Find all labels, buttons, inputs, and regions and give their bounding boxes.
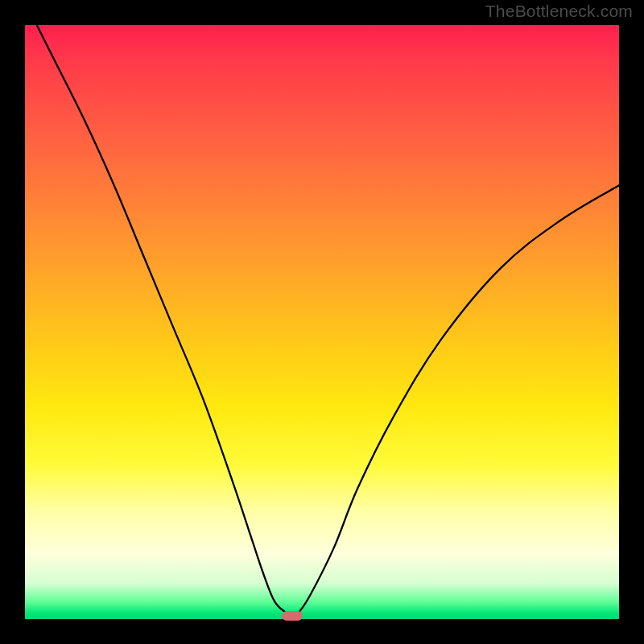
watermark-text: TheBottleneck.com [485,2,633,21]
plot-area [25,25,619,619]
bottleneck-curve [25,2,619,620]
minimum-marker [282,611,303,621]
curve-layer [25,25,619,619]
chart-frame: TheBottleneck.com [0,0,644,644]
